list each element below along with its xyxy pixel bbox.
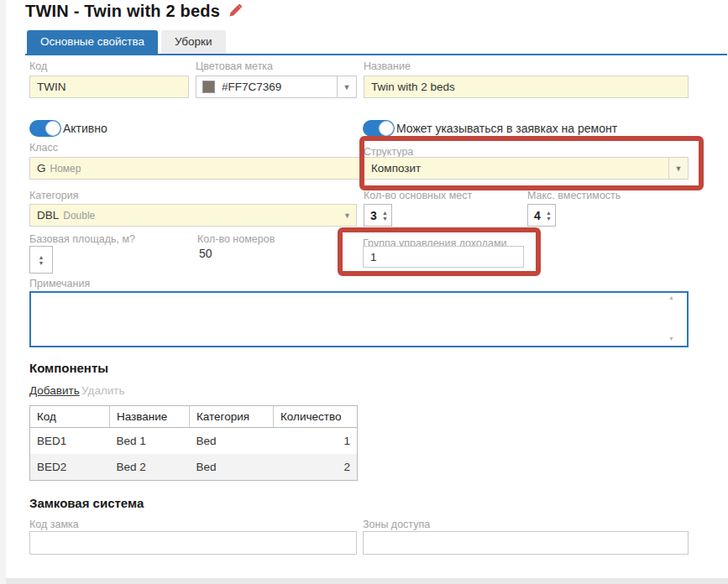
name-label: Название <box>364 60 411 72</box>
max-capacity-value: 4 <box>528 209 541 222</box>
max-capacity-stepper[interactable]: 4 ▲▼ <box>527 204 556 227</box>
structure-label: Структура <box>364 146 413 158</box>
table-header-row: Код Название Категория Количество <box>30 406 358 428</box>
edit-pencil-icon[interactable] <box>228 3 242 22</box>
repair-toggle[interactable] <box>363 120 395 137</box>
color-tag-value: #FF7C7369 <box>215 81 281 93</box>
cell-quantity: 1 <box>274 428 358 455</box>
scroll-down-icon[interactable]: ▼ <box>668 336 674 342</box>
class-label: Класс <box>29 142 58 154</box>
col-header-quantity[interactable]: Количество <box>274 406 358 428</box>
access-zones-input[interactable] <box>363 531 689 555</box>
rooms-count-label: Кол-во номеров <box>197 233 275 245</box>
class-code: G <box>30 162 46 175</box>
lock-code-input[interactable] <box>29 531 357 555</box>
scroll-up-icon[interactable]: ▲ <box>668 295 674 300</box>
stepper-arrows-icon[interactable]: ▲▼ <box>542 210 555 222</box>
chevron-down-icon[interactable]: ▼ <box>668 158 688 179</box>
delete-component-button[interactable]: Удалить <box>81 384 125 397</box>
structure-select[interactable]: Композит ▼ <box>364 157 689 180</box>
category-desc: Double <box>59 210 95 222</box>
cell-name: Bed 1 <box>110 428 190 455</box>
main-beds-stepper[interactable]: 3 ▲▼ <box>364 204 392 227</box>
col-header-name[interactable]: Название <box>110 406 190 428</box>
components-table: Код Название Категория Количество BED1 B… <box>29 405 358 481</box>
table-row[interactable]: BED2 Bed 2 Bed 2 <box>30 454 358 481</box>
class-desc: Номер <box>46 163 81 175</box>
max-capacity-label: Макс. вместимость <box>527 190 621 201</box>
tab-cleanings[interactable]: Уборки <box>161 30 225 54</box>
cell-code: BED1 <box>30 428 110 455</box>
notes-label: Примечания <box>29 278 90 289</box>
name-input[interactable] <box>364 76 689 98</box>
tab-bar: Основные свойства Уборки <box>27 30 226 54</box>
col-header-code[interactable]: Код <box>30 406 110 428</box>
chevron-down-icon: ▼ <box>343 211 356 220</box>
page-title-text: TWIN - Twin with 2 beds <box>25 2 220 20</box>
tab-underline <box>25 54 727 55</box>
page-title: TWIN - Twin with 2 beds <box>25 2 242 22</box>
active-toggle-label: Активно <box>63 122 107 135</box>
category-code: DBL <box>30 209 59 222</box>
room-type-edit-page: TWIN - Twin with 2 beds Основные свойств… <box>0 0 728 584</box>
main-beds-value: 3 <box>364 209 377 222</box>
table-row[interactable]: BED1 Bed 1 Bed 1 <box>30 428 358 455</box>
cell-category: Bed <box>190 454 274 481</box>
repair-toggle-label: Может указываться в заявках на ремонт <box>396 122 617 135</box>
chevron-down-icon[interactable]: ▼ <box>337 76 356 97</box>
class-select[interactable]: G Номер ▼ <box>29 157 375 180</box>
code-input[interactable] <box>29 76 189 98</box>
revenue-group-input[interactable] <box>363 246 524 268</box>
components-heading: Компоненты <box>29 361 108 375</box>
lock-system-heading: Замковая система <box>29 496 144 510</box>
notes-textarea[interactable] <box>29 291 689 347</box>
color-tag-select[interactable]: #FF7C7369 ▼ <box>196 76 357 98</box>
access-zones-label: Зоны доступа <box>363 519 430 530</box>
active-toggle[interactable] <box>29 120 61 137</box>
stepper-arrows-icon[interactable]: ▲▼ <box>39 254 45 266</box>
main-beds-label: Кол-во основных мест <box>364 190 472 201</box>
base-area-label: Базовая площадь, м? <box>29 233 135 245</box>
color-swatch <box>202 81 215 93</box>
page-bottom-edge <box>6 578 728 584</box>
base-area-stepper[interactable]: ▲▼ <box>29 246 53 274</box>
repair-toggle-row: Может указываться в заявках на ремонт <box>363 120 617 137</box>
code-label: Код <box>29 60 47 72</box>
color-tag-label: Цветовая метка <box>196 60 273 72</box>
cell-name: Bed 2 <box>110 454 190 481</box>
cell-category: Bed <box>190 428 274 455</box>
tab-main-properties[interactable]: Основные свойства <box>27 30 158 54</box>
toggle-knob <box>45 121 60 136</box>
category-label: Категория <box>29 190 78 201</box>
lock-code-label: Код замка <box>29 519 79 530</box>
category-select[interactable]: DBL Double ▼ <box>29 204 357 227</box>
rooms-count-value: 50 <box>199 247 212 260</box>
toggle-knob <box>379 121 394 136</box>
stepper-arrows-icon[interactable]: ▲▼ <box>379 210 391 222</box>
col-header-category[interactable]: Категория <box>190 406 274 428</box>
cell-code: BED2 <box>30 454 110 481</box>
page-left-edge <box>0 0 6 584</box>
add-component-button[interactable]: Добавить <box>29 384 80 397</box>
cell-quantity: 2 <box>274 454 358 481</box>
active-toggle-row: Активно <box>29 120 107 137</box>
structure-value: Композит <box>364 162 421 175</box>
